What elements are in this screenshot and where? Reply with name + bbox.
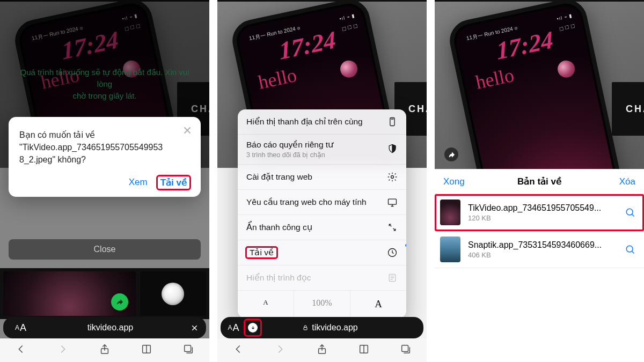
safari-address-bar[interactable]: AA tikvideo.app bbox=[221, 317, 423, 338]
downloads-title: Bản tải về bbox=[435, 176, 644, 187]
menu-item-text-zoom: A 100% A bbox=[238, 291, 406, 318]
close-icon[interactable] bbox=[181, 124, 193, 136]
svg-rect-7 bbox=[304, 328, 307, 330]
download-start-banner: Quá trình tải xuống sẽ tự động bắt đầu. … bbox=[0, 59, 209, 109]
zoom-value: 100% bbox=[294, 291, 350, 317]
page-settings-menu: Hiển thị thanh địa chỉ trên cùng Báo cáo… bbox=[238, 109, 406, 318]
menu-item-settings[interactable]: Cài đặt trang web bbox=[238, 165, 406, 190]
thumbnail[interactable] bbox=[3, 271, 136, 316]
safari-address-bar[interactable]: AA tikvideo.app bbox=[3, 317, 206, 338]
file-size: 406 KB bbox=[468, 251, 623, 259]
menu-item-privacy[interactable]: Báo cáo quyền riêng tư 3 trình theo dõi … bbox=[238, 135, 406, 165]
svg-rect-1 bbox=[185, 345, 191, 352]
download-row[interactable]: TikVideo.app_734651955705549... 120 KB bbox=[435, 194, 644, 231]
tabs-icon[interactable] bbox=[182, 343, 194, 357]
file-thumbnail bbox=[440, 200, 460, 225]
expand-icon bbox=[387, 222, 398, 233]
file-name: Snaptik.app_7353154593460669... bbox=[468, 240, 623, 250]
info-icon[interactable] bbox=[444, 147, 458, 161]
svg-point-10 bbox=[626, 209, 633, 215]
thumbnail[interactable] bbox=[140, 271, 206, 316]
menu-item-address-top[interactable]: Hiển thị thanh địa chỉ trên cùng bbox=[238, 109, 406, 135]
phone-panel-3: 11月一 Run to 2024 ⌾ •ıl ⌁ ▮ ☐ ☐ ☐ 17:24 h… bbox=[435, 0, 644, 362]
address-host: tikvideo.app bbox=[38, 323, 182, 333]
downloads-list: TikVideo.app_734651955705549... 120 KB S… bbox=[435, 194, 644, 362]
share-fab[interactable] bbox=[111, 293, 128, 311]
address-host: tikvideo.app bbox=[260, 323, 400, 333]
text-larger-button[interactable]: A bbox=[350, 291, 406, 317]
text-size-icon[interactable]: AA bbox=[221, 322, 246, 334]
menu-item-hide-toolbar[interactable]: Ẩn thanh công cụ bbox=[238, 215, 406, 240]
text-smaller-button[interactable]: A bbox=[238, 291, 294, 317]
desktop-icon bbox=[387, 197, 398, 208]
download-confirm-alert: Bạn có muốn tải về "TikVideo.app_7346519… bbox=[9, 117, 201, 197]
menu-item-downloads[interactable]: Tải về bbox=[238, 240, 406, 265]
menu-item-desktop[interactable]: Yêu cầu trang web cho máy tính bbox=[238, 190, 406, 215]
forward-icon bbox=[274, 343, 286, 357]
svg-point-3 bbox=[391, 176, 394, 179]
svg-rect-4 bbox=[389, 199, 397, 204]
phone-panel-1: 11月一 Run to 2024 ⌾ •ıl ⌁ ▮ ☐ ☐ ☐ 17:24 h… bbox=[0, 0, 209, 362]
thumbnail-strip bbox=[0, 268, 209, 319]
forward-icon bbox=[57, 343, 69, 357]
safari-toolbar bbox=[0, 338, 209, 362]
file-thumbnail bbox=[440, 237, 460, 262]
downloads-indicator-icon[interactable] bbox=[245, 320, 260, 335]
reader-icon bbox=[387, 272, 398, 283]
clear-button[interactable]: Xóa bbox=[619, 176, 635, 187]
menu-item-reader: Hiển thị trình đọc bbox=[238, 265, 406, 291]
bookmarks-icon[interactable] bbox=[141, 343, 152, 357]
download-history-icon bbox=[387, 247, 398, 258]
lock-icon bbox=[302, 324, 309, 331]
back-icon[interactable] bbox=[15, 343, 27, 357]
gear-icon bbox=[387, 172, 398, 182]
phone-panel-2: 11月一 Run to 2024 ⌾ •ıl ⌁ ▮ ☐ ☐ ☐ 17:24 h… bbox=[217, 0, 427, 362]
shield-icon bbox=[387, 143, 398, 154]
safari-toolbar bbox=[217, 338, 427, 362]
downloads-header: Xong Bản tải về Xóa bbox=[435, 169, 644, 194]
tabs-icon[interactable] bbox=[400, 343, 412, 357]
stop-icon[interactable] bbox=[182, 323, 206, 333]
download-button[interactable]: Tải về bbox=[157, 176, 190, 189]
share-icon[interactable] bbox=[316, 343, 328, 357]
svg-rect-9 bbox=[402, 345, 408, 352]
view-button[interactable]: Xem bbox=[129, 177, 148, 188]
file-name: TikVideo.app_734651955705549... bbox=[468, 203, 623, 213]
alert-message: Bạn có muốn tải về "TikVideo.app_7346519… bbox=[19, 129, 190, 166]
hero-image: 11月一 Run to 2024 ⌾ •ıl ⌁ ▮ ☐ ☐ ☐ 17:24 h… bbox=[435, 2, 644, 169]
back-icon[interactable] bbox=[232, 343, 244, 357]
bookmarks-icon[interactable] bbox=[358, 343, 370, 357]
download-row[interactable]: Snaptik.app_7353154593460669... 406 KB bbox=[435, 231, 644, 268]
file-size: 120 KB bbox=[468, 214, 623, 222]
close-button[interactable]: Close bbox=[9, 239, 201, 260]
device-icon bbox=[387, 116, 398, 127]
reveal-icon[interactable] bbox=[623, 207, 638, 218]
reveal-icon[interactable] bbox=[623, 244, 638, 255]
share-icon[interactable] bbox=[99, 343, 111, 357]
svg-point-11 bbox=[626, 246, 633, 252]
text-size-icon[interactable]: AA bbox=[3, 322, 38, 334]
